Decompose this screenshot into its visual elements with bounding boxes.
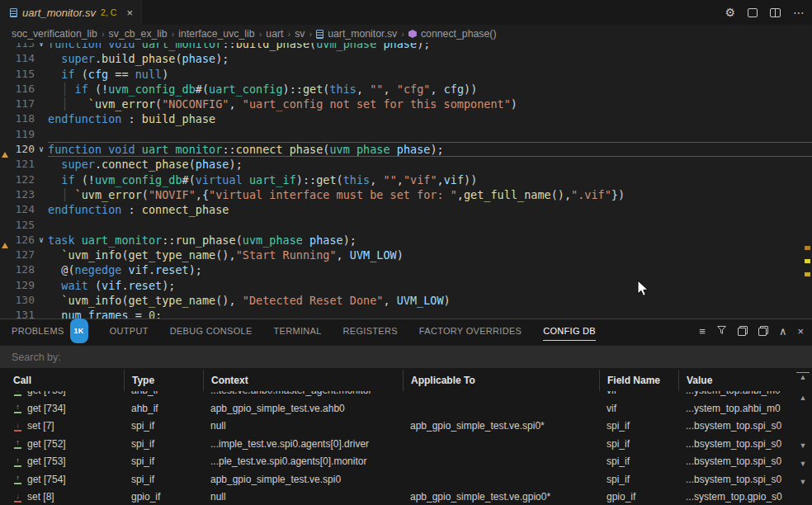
gutter-marker [0,51,10,66]
table-row[interactable]: ↓set [7]spi_ifnullapb_gpio_simple_test.v… [0,418,794,436]
fold-chevron-icon[interactable]: ∨ [35,43,48,51]
gutter-marker [0,248,10,262]
cell-context: ...test.ve.ahb0.master_agent.monitor [203,391,403,400]
table-row[interactable]: ↓set [8]gpio_ifnullapb_gpio_simple_test.… [0,488,794,505]
call-label: get [752] [27,436,66,454]
line-number[interactable]: 114 [10,51,35,66]
panel-tab-factory-overrides[interactable]: FACTORY OVERRIDES [419,319,522,342]
gutter-marker [0,233,10,248]
line-number[interactable]: 121 [10,157,35,172]
problems-count-badge: 1K [70,319,88,343]
table-row[interactable]: ↑get [734]ahb_ifapb_gpio_simple_test.ve.… [0,400,794,418]
search-input[interactable] [0,346,812,368]
bottom-panel: PROBLEMS1KOUTPUTDEBUG CONSOLETERMINALREG… [0,319,812,505]
panel-tab-output[interactable]: OUTPUT [110,319,149,342]
code-line: 126∨task uart_monitor::run_phase(uvm_pha… [0,233,812,248]
line-number[interactable]: 120 [10,142,35,157]
get-icon: ↑ [13,391,22,396]
fold-chevron-icon [35,262,48,277]
line-number[interactable]: 128 [10,262,35,277]
fold-chevron-icon[interactable]: ∨ [35,233,48,248]
gutter-marker [0,157,10,172]
line-number[interactable]: 131 [10,308,35,319]
tab-uart-monitor[interactable]: uart_monitor.sv 2, C × [0,0,142,25]
panel-tab-problems[interactable]: PROBLEMS1K [12,319,88,342]
code-text: function void uart_monitor::connect_phas… [48,142,812,157]
breadcrumb-item[interactable]: uart [266,28,283,40]
list-icon[interactable]: ≡ [699,325,706,337]
line-number[interactable]: 129 [10,278,35,293]
scroll-down-icon[interactable]: ▼ [796,460,810,468]
chevron-up-icon[interactable]: ∧ [779,325,787,337]
line-number[interactable]: 115 [10,67,35,82]
line-number[interactable]: 117 [10,97,35,111]
fold-chevron-icon[interactable]: ∨ [35,142,48,157]
scroll-up-icon[interactable]: ▲ [796,394,810,402]
layout-icon[interactable] [748,8,758,17]
line-number[interactable]: 123 [10,187,35,202]
code-text: if (cfg == null) [48,67,812,82]
breadcrumb-item[interactable]: connect_phase() [408,28,497,40]
panel-tab-debug-console[interactable]: DEBUG CONSOLE [170,319,253,342]
cell-type: ahb_if [124,391,203,400]
get-icon: ↑ [13,474,22,484]
line-number[interactable]: 116 [10,82,35,97]
line-number[interactable]: 130 [10,293,35,308]
line-number[interactable]: 119 [10,127,35,142]
line-number[interactable]: 118 [10,111,35,126]
panel-tab-terminal[interactable]: TERMINAL [274,319,322,342]
gutter-marker [0,308,10,319]
cell-applicable-to: apb_gpio_simple_test.ve.gpio0* [403,488,599,505]
scroll-down-icon[interactable]: ▼ [796,441,810,450]
fold-chevron-icon [35,278,48,293]
copy-icon[interactable] [738,326,748,336]
column-header[interactable]: Context [203,370,403,391]
close-icon[interactable]: × [126,7,133,19]
line-number[interactable]: 125 [10,218,35,233]
editor-tab-bar: uart_monitor.sv 2, C × ⚙ ⋯ [0,0,812,25]
fold-chevron-icon [35,248,48,262]
panel-tab-bar: PROBLEMS1KOUTPUTDEBUG CONSOLETERMINALREG… [0,319,812,342]
line-number[interactable]: 127 [10,248,35,262]
scroll-to-top-icon[interactable]: ▲ [796,372,810,381]
breadcrumb-item[interactable]: sv [295,28,304,40]
table-row[interactable]: ↑get [752]spi_if...imple_test.ve.spi0.ag… [0,436,794,454]
table-row[interactable]: ↑get [754]spi_ifapb_gpio_simple_test.ve.… [0,471,794,489]
filter-icon[interactable] [716,324,727,337]
panel-tab-registers[interactable]: REGISTERS [343,319,398,342]
breadcrumb-item[interactable]: uart_monitor.sv [316,28,397,40]
column-header[interactable]: Call [0,370,124,391]
gutter-marker [0,97,10,111]
cell-context: ...ple_test.ve.spi0.agents[0].monitor [203,453,403,471]
more-actions-icon[interactable]: ⋯ [793,6,805,19]
cell-field-name: gpio_if [599,488,678,505]
code-line: 119 [0,127,812,142]
cell-call: ↑get [753] [0,453,124,471]
tab-label: uart_monitor.sv [22,7,96,19]
line-number[interactable]: 124 [10,202,35,217]
scroll-down-icon[interactable]: ▼ [796,478,810,486]
breadcrumb-item[interactable]: sv_cb_ex_lib [109,28,168,40]
code-editor[interactable]: 113∨function void uart_monitor::build_ph… [0,43,812,319]
panel-tab-config-db[interactable]: CONFIG DB [543,319,596,342]
code-line: 114 super.build_phase(phase); [0,51,812,66]
cell-value: ...bsystem_top.spi_s0 [678,453,794,471]
cell-context: apb_gpio_simple_test.ve.ahb0 [203,400,403,418]
split-editor-icon[interactable] [770,8,781,17]
code-text: task uart_monitor::run_phase(uvm_phase p… [48,233,812,248]
column-header[interactable]: Applicable To [403,370,599,391]
breadcrumb-item[interactable]: interface_uvc_lib [178,28,254,40]
line-number[interactable]: 113 [10,43,35,51]
column-header[interactable]: Value [678,370,794,391]
gutter-marker [0,278,10,293]
close-panel-icon[interactable]: × [797,325,804,337]
line-number[interactable]: 126 [10,233,35,248]
breadcrumb-item[interactable]: soc_verification_lib [12,28,97,40]
table-row[interactable]: ↑get [733]ahb_if...test.ve.ahb0.master_a… [0,391,794,400]
column-header[interactable]: Field Name [599,370,678,391]
column-header[interactable]: Type [124,370,203,391]
line-number[interactable]: 122 [10,172,35,187]
gear-icon[interactable]: ⚙ [725,6,735,19]
table-row[interactable]: ↑get [753]spi_if...ple_test.ve.spi0.agen… [0,453,794,471]
copy-all-icon[interactable] [758,326,768,336]
